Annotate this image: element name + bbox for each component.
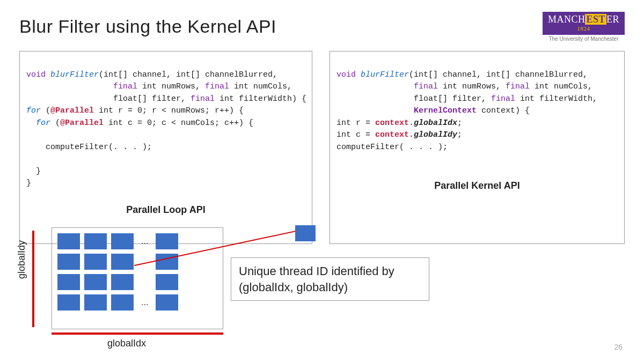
thread-cell — [57, 294, 80, 311]
code-text: } — [26, 167, 41, 176]
kw-final: final — [506, 82, 530, 91]
api-label-kernel: Parallel Kernel API — [336, 179, 618, 193]
grid-row: ... — [57, 233, 217, 249]
thread-cell — [57, 233, 80, 249]
code-text: ( — [50, 119, 60, 128]
grid-row: ... — [57, 294, 217, 311]
thread-cell — [84, 233, 107, 249]
callout-thread-cell — [295, 225, 316, 241]
code-box-loop-api: void blurFilter(int[] channel, int[] cha… — [19, 51, 312, 244]
ellipsis: ... — [138, 298, 151, 307]
code-text: (int[] channel, int[] channelBlurred, — [99, 70, 277, 79]
code-text: ; — [457, 130, 462, 139]
thread-cell — [84, 294, 107, 311]
code-text: } — [26, 179, 31, 188]
thread-cell — [156, 294, 178, 311]
code-text: computeFilter( . . . ); — [336, 143, 448, 152]
code-text: int numCols, — [530, 82, 592, 91]
code-text: ; — [457, 119, 462, 128]
thread-cell — [111, 294, 134, 311]
thread-cell — [84, 254, 107, 270]
fn-name: blurFilter — [50, 70, 99, 79]
kw-final: final — [113, 82, 137, 91]
var-context: context — [375, 130, 409, 139]
x-axis-label: globalIdx — [107, 338, 146, 349]
grid-row — [57, 254, 217, 270]
logo-subtitle: The University of Manchester — [543, 36, 625, 42]
thread-cell — [84, 274, 107, 290]
code-text: (int[] channel, int[] channelBlurred, — [409, 70, 588, 79]
page-number: 26 — [614, 343, 623, 351]
code-text: float[] filter, — [113, 94, 191, 104]
code-row: void blurFilter(int[] channel, int[] cha… — [19, 51, 625, 244]
code-text: float[] filter, — [414, 94, 491, 104]
page-title: Blur Filter using the Kernel API — [19, 16, 625, 37]
manchester-logo: MANCHESTER 1824 The University of Manche… — [543, 12, 625, 42]
kw-void: void — [26, 70, 46, 79]
slide: Blur Filter using the Kernel API MANCHES… — [0, 0, 644, 362]
thread-cell — [156, 274, 178, 290]
code-text: . — [409, 119, 414, 128]
code-text: ( — [41, 106, 50, 115]
code-text: int c = — [336, 130, 375, 139]
kw-for: for — [36, 119, 50, 128]
kw-final: final — [491, 94, 515, 104]
logo-text-post: ER — [606, 14, 619, 25]
prop-globalidy: globalIdy — [414, 130, 457, 139]
code-text: int filterWidth, — [515, 94, 597, 104]
logo-wordmark: MANCHESTER 1824 — [543, 12, 625, 35]
thread-cell — [57, 274, 80, 290]
annotation-parallel: @Parallel — [60, 119, 104, 128]
code-box-kernel-api: void blurFilter(int[] channel, int[] cha… — [330, 51, 625, 244]
kw-final: final — [414, 82, 438, 91]
y-axis-label: globalIdy — [16, 240, 27, 279]
code-text: . — [409, 130, 414, 139]
thread-cell — [111, 274, 134, 290]
logo-text-mid: EST — [585, 14, 606, 25]
kw-for: for — [26, 106, 41, 115]
thread-cell — [111, 254, 134, 270]
thread-grid: ... ... — [52, 227, 223, 329]
thread-cell — [57, 254, 80, 270]
fn-name: blurFilter — [361, 70, 409, 79]
thread-cell — [156, 233, 178, 249]
logo-text-pre: MANCH — [548, 14, 586, 25]
code-text: int numRows, — [438, 82, 506, 91]
code-text: int numCols, — [229, 82, 292, 91]
code-text: computeFilter(. . . ); — [26, 143, 152, 152]
grid-row — [57, 274, 217, 290]
x-axis-line — [52, 333, 223, 335]
logo-year: 1824 — [548, 25, 619, 33]
annotation-parallel: @Parallel — [50, 106, 94, 115]
prop-globalidx: globalIdx — [414, 119, 457, 128]
var-context: context — [375, 119, 409, 128]
kw-final: final — [191, 94, 215, 104]
code-text: int r = — [336, 119, 375, 128]
api-label-loop: Parallel Loop API — [26, 203, 305, 217]
callout-box: Unique thread ID identified by (globalId… — [231, 257, 429, 301]
code-text: int c = 0; c < numCols; c++) { — [104, 119, 253, 128]
kw-final: final — [205, 82, 229, 91]
code-text: int r = 0; r < numRows; r++) { — [94, 106, 244, 115]
ellipsis: ... — [138, 237, 151, 246]
kw-void: void — [336, 70, 356, 79]
thread-cell — [111, 233, 134, 249]
type-kernelcontext: KernelContext — [414, 106, 477, 115]
code-text: int numRows, — [137, 82, 205, 91]
ellipsis-spacer — [138, 277, 151, 287]
code-text: context) { — [477, 106, 530, 115]
code-text: int filterWidth) { — [215, 94, 306, 104]
y-axis-line — [32, 231, 34, 327]
